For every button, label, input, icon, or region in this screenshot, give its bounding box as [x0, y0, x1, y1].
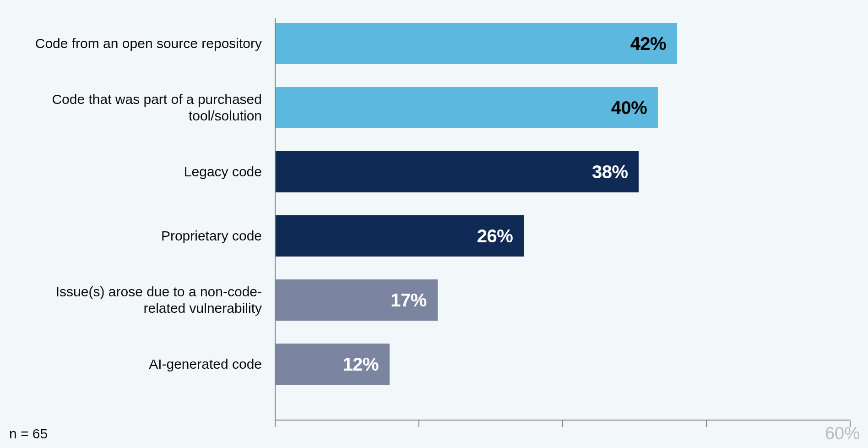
- x-axis-tick: [706, 421, 707, 427]
- chart-row: Proprietary code26%: [18, 215, 850, 257]
- chart-row: Issue(s) arose due to a non-code-related…: [18, 279, 850, 321]
- bar-track: 38%: [275, 151, 850, 192]
- bar: 12%: [275, 344, 390, 385]
- x-axis-max-label: 60%: [825, 424, 860, 443]
- x-axis-tick: [562, 421, 563, 427]
- chart-row: Legacy code38%: [18, 151, 850, 192]
- bar: 17%: [275, 279, 438, 321]
- bar-track: 26%: [275, 215, 850, 257]
- category-label: AI-generated code: [18, 356, 275, 372]
- bar-value-label: 26%: [477, 226, 513, 246]
- bar-track: 17%: [275, 279, 850, 321]
- category-label: Proprietary code: [18, 228, 275, 244]
- chart-row: AI-generated code12%: [18, 344, 850, 385]
- x-axis-tick: [418, 421, 419, 427]
- bar: 38%: [275, 151, 639, 192]
- plot-area: Code from an open source repository42%Co…: [18, 18, 850, 421]
- bar-track: 40%: [275, 87, 850, 128]
- sample-size-label: n = 65: [9, 426, 48, 442]
- y-axis-line: [275, 18, 276, 421]
- bar-value-label: 17%: [391, 290, 427, 311]
- bar-value-label: 12%: [343, 354, 379, 375]
- bar-value-label: 40%: [611, 98, 647, 118]
- category-label: Code that was part of a purchased tool/s…: [18, 91, 275, 124]
- bar-track: 12%: [275, 344, 850, 385]
- bar: 26%: [275, 215, 524, 257]
- bar-track: 42%: [275, 23, 850, 64]
- bar: 40%: [275, 87, 658, 128]
- category-label: Code from an open source repository: [18, 35, 275, 52]
- bar: 42%: [275, 23, 677, 64]
- chart-container: Code from an open source repository42%Co…: [0, 0, 868, 448]
- bar-value-label: 42%: [630, 33, 667, 54]
- x-axis-tick: [275, 421, 276, 427]
- bar-value-label: 38%: [592, 162, 628, 182]
- chart-row: Code that was part of a purchased tool/s…: [18, 87, 850, 128]
- category-label: Legacy code: [18, 164, 275, 180]
- chart-row: Code from an open source repository42%: [18, 23, 850, 64]
- category-label: Issue(s) arose due to a non-code-related…: [18, 284, 275, 317]
